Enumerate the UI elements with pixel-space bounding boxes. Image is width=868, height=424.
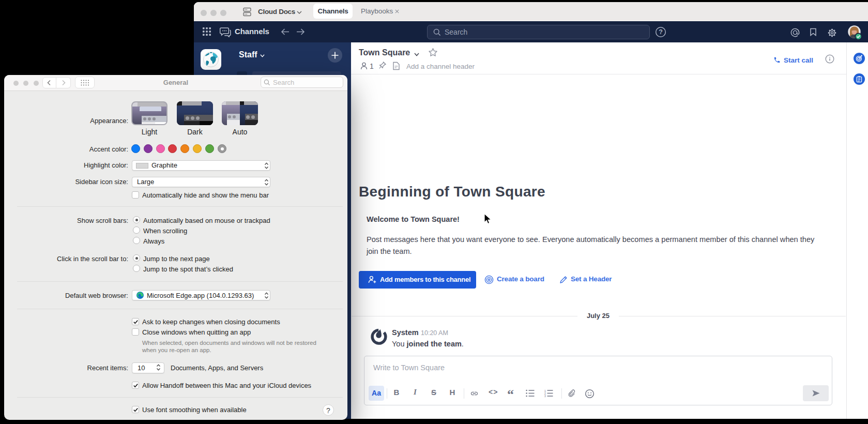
svg-text:?: ? xyxy=(659,28,663,36)
svg-text:3: 3 xyxy=(544,395,546,397)
